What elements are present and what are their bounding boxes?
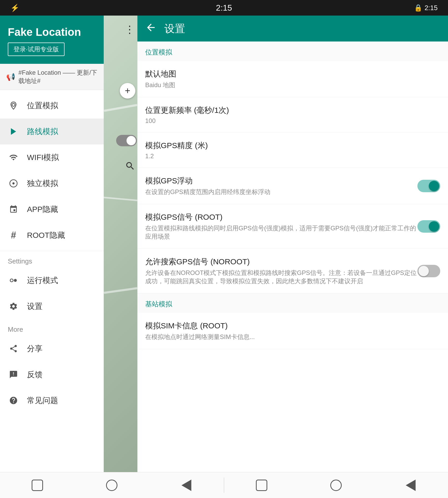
status-bar: ⚡ 2:15 🔒 2:15 <box>0 0 448 16</box>
sidebar-item-label-settings: 设置 <box>27 301 43 312</box>
sidebar-item-route[interactable]: 路线模拟 <box>0 119 104 144</box>
login-button[interactable]: 登录·试用专业版 <box>8 43 65 56</box>
map-toggle[interactable] <box>116 135 137 146</box>
more-section: More 分享 反馈 常见问题 <box>0 319 104 413</box>
setting-gps-signal-row: 模拟GPS信号 (ROOT) 在位置模拟和路线模拟的同时启用GPS信号(强度)模… <box>145 212 440 241</box>
setting-gps-float-subtitle: 在设置的GPS精度范围内启用经纬度坐标浮动 <box>145 188 417 196</box>
sidebar-item-label-share: 分享 <box>27 343 43 354</box>
sidebar-item-label-location: 位置模拟 <box>27 100 58 111</box>
sidebar-item-runmode[interactable]: 运行模式 <box>0 267 104 293</box>
sidebar-item-label-standalone: 独立模拟 <box>27 178 58 189</box>
sidebar-item-feedback[interactable]: 反馈 <box>0 362 104 388</box>
setting-search-gps-title: 允许搜索GPS信号 (NOROOT) <box>145 257 417 267</box>
map-search-button[interactable] <box>125 161 135 174</box>
settings-panel: 设置 位置模拟 默认地图 Baidu 地图 位置更新频率 (毫秒/1次) 100… <box>137 16 448 472</box>
standalone-icon <box>8 178 19 189</box>
toggle-gps-float-knob <box>429 181 439 191</box>
setting-sim-info-title: 模拟SIM卡信息 (ROOT) <box>145 321 440 331</box>
bottom-nav-right <box>224 472 448 498</box>
toggle-search-gps[interactable] <box>417 265 440 277</box>
setting-gps-float-text: 模拟GPS浮动 在设置的GPS精度范围内启用经纬度坐标浮动 <box>145 176 417 196</box>
nav-square-button-right[interactable] <box>254 478 269 493</box>
map-background <box>104 16 137 472</box>
setting-update-frequency[interactable]: 位置更新频率 (毫秒/1次) 100 <box>137 97 448 133</box>
setting-search-gps: 允许搜索GPS信号 (NOROOT) 允许设备在NOROOT模式下模拟位置和模拟… <box>137 249 448 293</box>
status-left: ⚡ <box>10 4 19 12</box>
settings-header: 设置 <box>137 16 448 42</box>
toggle-gps-signal[interactable] <box>417 220 440 233</box>
nav-back-button[interactable] <box>179 478 194 493</box>
nav-section: 位置模拟 路线模拟 WIFI模拟 独立模拟 <box>0 90 104 251</box>
sidebar-item-standalone[interactable]: 独立模拟 <box>0 170 104 196</box>
setting-gps-signal-text: 模拟GPS信号 (ROOT) 在位置模拟和路线模拟的同时启用GPS信号(强度)模… <box>145 212 417 241</box>
location-simulation-header: 位置模拟 <box>137 42 448 61</box>
sidebar-item-faq[interactable]: 常见问题 <box>0 388 104 413</box>
settings-back-icon[interactable] <box>145 22 157 36</box>
setting-gps-precision-subtitle: 1.2 <box>145 153 440 160</box>
settings-icon <box>8 301 19 312</box>
setting-gps-float-row: 模拟GPS浮动 在设置的GPS精度范围内启用经纬度坐标浮动 <box>145 176 440 196</box>
sidebar-item-wifi[interactable]: WIFI模拟 <box>0 144 104 170</box>
sidebar-item-label-route: 路线模拟 <box>27 126 58 137</box>
setting-sim-info[interactable]: 模拟SIM卡信息 (ROOT) 在模拟地点时通过网络测量SIM卡信息... <box>137 313 448 349</box>
toggle-gps-signal-knob <box>429 221 439 232</box>
nav-circle-icon-right <box>330 480 342 491</box>
map-toggle-area <box>116 135 137 146</box>
sidebar-item-share[interactable]: 分享 <box>0 336 104 362</box>
map-add-button[interactable]: + <box>120 83 135 99</box>
sidebar-item-apphide[interactable]: APP隐藏 <box>0 196 104 222</box>
setting-default-map-subtitle: Baidu 地图 <box>145 81 440 89</box>
svg-point-3 <box>12 182 15 185</box>
svg-point-0 <box>12 103 15 106</box>
setting-search-gps-row: 允许搜索GPS信号 (NOROOT) 允许设备在NOROOT模式下模拟位置和模拟… <box>145 257 440 285</box>
faq-icon <box>8 395 19 406</box>
bottom-nav <box>0 472 448 498</box>
sidebar-item-label-roothide: ROOT隐藏 <box>27 230 65 241</box>
setting-gps-float: 模拟GPS浮动 在设置的GPS精度范围内启用经纬度坐标浮动 <box>137 168 448 204</box>
nav-square-icon-right <box>256 480 267 491</box>
sidebar-item-label-faq: 常见问题 <box>27 395 58 406</box>
sidebar-item-location[interactable]: 位置模拟 <box>0 93 104 119</box>
sidebar-item-label-runmode: 运行模式 <box>27 275 58 286</box>
nav-back-button-right[interactable] <box>403 478 418 493</box>
svg-point-4 <box>10 279 13 282</box>
setting-gps-float-title: 模拟GPS浮动 <box>145 176 417 186</box>
nav-circle-button[interactable] <box>104 478 120 493</box>
nav-triangle-icon <box>181 480 191 491</box>
toggle-gps-float[interactable] <box>417 180 440 192</box>
setting-sim-info-subtitle: 在模拟地点时通过网络测量SIM卡信息... <box>145 333 440 341</box>
nav-circle-button-right[interactable] <box>328 478 344 493</box>
share-icon <box>8 343 19 354</box>
setting-search-gps-subtitle: 允许设备在NOROOT模式下模拟位置和模拟路线时搜索GPS信号。注意：若设备一旦… <box>145 269 417 285</box>
svg-point-5 <box>14 279 17 282</box>
battery-icon: ⚡ <box>10 4 19 12</box>
settings-content: 位置模拟 默认地图 Baidu 地图 位置更新频率 (毫秒/1次) 100 模拟… <box>137 42 448 472</box>
map-dots-menu[interactable]: ⋮ <box>124 23 135 35</box>
svg-marker-1 <box>11 128 16 135</box>
wifi-icon <box>8 152 19 163</box>
setting-default-map-title: 默认地图 <box>145 69 440 79</box>
roothide-icon: # <box>8 230 19 241</box>
sidebar-item-roothide[interactable]: # ROOT隐藏 <box>0 222 104 248</box>
setting-default-map[interactable]: 默认地图 Baidu 地图 <box>137 61 448 97</box>
announcement-text: #Fake Location —— 更新/下载地址# <box>18 68 97 85</box>
sidebar-item-label-feedback: 反馈 <box>27 369 43 380</box>
toggle-search-gps-knob <box>418 266 429 276</box>
bottom-nav-left <box>0 472 224 498</box>
status-time: 2:15 <box>216 3 232 13</box>
sidebar-header: Fake Location 登录·试用专业版 <box>0 16 104 64</box>
setting-gps-precision-title: 模拟GPS精度 (米) <box>145 140 440 151</box>
nav-square-icon <box>32 480 43 491</box>
nav-square-button[interactable] <box>30 478 45 493</box>
route-icon <box>8 126 19 137</box>
location-icon <box>8 100 19 111</box>
sidebar-item-settings[interactable]: 设置 <box>0 293 104 319</box>
sidebar-item-label-apphide: APP隐藏 <box>27 204 58 215</box>
setting-gps-precision[interactable]: 模拟GPS精度 (米) 1.2 <box>137 133 448 168</box>
settings-section: Settings 运行模式 设置 <box>0 251 104 319</box>
announcement-icon: 📢 <box>6 73 15 81</box>
sidebar-item-label-wifi: WIFI模拟 <box>27 152 59 163</box>
cell-simulation-header: 基站模拟 <box>137 293 448 313</box>
settings-title: 设置 <box>164 22 185 36</box>
setting-gps-signal: 模拟GPS信号 (ROOT) 在位置模拟和路线模拟的同时启用GPS信号(强度)模… <box>137 204 448 249</box>
